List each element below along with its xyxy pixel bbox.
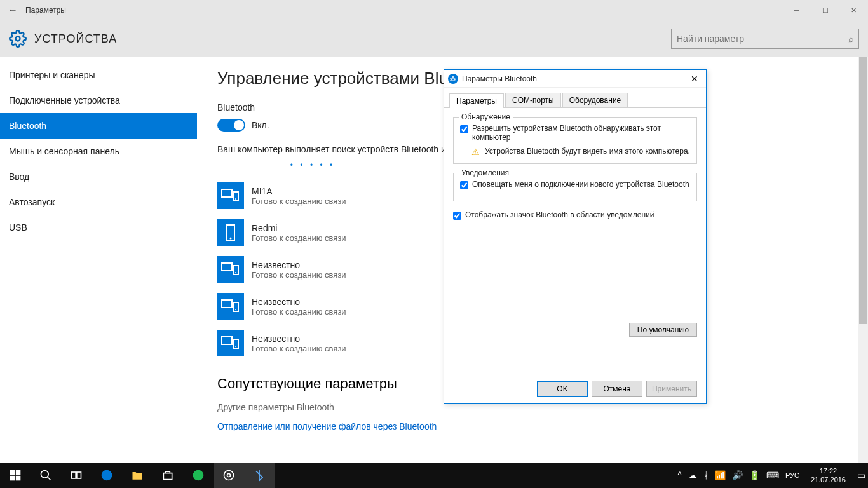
svg-rect-12 (222, 337, 232, 344)
svg-point-23 (102, 470, 112, 481)
back-button[interactable]: ← (0, 4, 25, 16)
svg-rect-21 (72, 472, 76, 478)
device-icon (217, 293, 244, 320)
device-name: Неизвестно (252, 297, 346, 307)
explorer-button[interactable] (122, 463, 153, 488)
tray-icon-checkbox[interactable] (453, 212, 461, 220)
svg-rect-22 (77, 472, 81, 478)
device-icon (217, 330, 244, 356)
tray-onedrive-icon[interactable]: ☁ (688, 470, 697, 480)
sidebar-item-typing[interactable]: Ввод (0, 164, 197, 189)
device-name: MI1A (252, 186, 346, 196)
svg-point-5 (230, 238, 232, 240)
sidebar-item-autoplay[interactable]: Автозапуск (0, 189, 197, 215)
svg-point-19 (41, 471, 49, 478)
maximize-button[interactable]: ☐ (811, 0, 839, 20)
store-button[interactable] (153, 463, 183, 488)
spotify-button[interactable] (183, 463, 214, 488)
ok-button[interactable]: OK (537, 381, 588, 397)
dialog-titlebar: ⁂ Параметры Bluetooth ✕ (444, 70, 706, 88)
notify-label: Оповещать меня о подключении нового устр… (472, 180, 689, 189)
cancel-button[interactable]: Отмена (592, 381, 642, 397)
warning-icon: ⚠ (471, 147, 480, 157)
device-icon (217, 219, 244, 246)
notifications-group: Уведомления Оповещать меня о подключении… (453, 173, 697, 201)
bluetooth-toggle[interactable] (217, 119, 245, 132)
tray-battery-icon[interactable]: 🔋 (749, 470, 760, 480)
svg-point-3 (235, 198, 236, 200)
allow-discovery-row[interactable]: Разрешить устройствам Bluetooth обнаружи… (460, 124, 690, 142)
svg-rect-6 (222, 263, 232, 271)
device-status: Готово к созданию связи (252, 270, 346, 280)
notify-row[interactable]: Оповещать меня о подключении нового устр… (460, 180, 690, 189)
tab-parameters[interactable]: Параметры (449, 93, 504, 108)
device-icon (217, 256, 244, 283)
edge-button[interactable] (92, 463, 122, 488)
gear-icon (9, 30, 27, 48)
device-name: Неизвестно (252, 334, 346, 344)
tray-bluetooth-icon[interactable]: ᚼ (703, 470, 709, 480)
device-status: Готово к созданию связи (252, 344, 346, 353)
svg-rect-18 (16, 476, 21, 481)
allow-discovery-checkbox[interactable] (460, 125, 468, 133)
search-icon: ⌕ (848, 34, 853, 44)
search-box[interactable]: ⌕ (671, 29, 859, 49)
apply-button[interactable]: Применить (646, 381, 697, 397)
clock[interactable]: 17:22 21.07.2016 (806, 466, 851, 485)
taskbar: ^ ☁ ᚼ 📶 🔊 🔋 ⌨ РУС 17:22 21.07.2016 ▭ (0, 463, 868, 488)
scrollbar[interactable] (858, 57, 868, 463)
svg-rect-15 (10, 470, 15, 475)
device-name: Неизвестно (252, 260, 346, 270)
task-view-button[interactable] (61, 463, 92, 488)
search-input[interactable] (677, 34, 848, 44)
svg-rect-17 (10, 476, 15, 481)
related-link-send[interactable]: Отправление или получение файлов через B… (217, 421, 848, 431)
sidebar-item-connected[interactable]: Подключенные устройства (0, 88, 197, 113)
tab-hardware[interactable]: Оборудование (562, 93, 628, 107)
system-tray: ^ ☁ ᚼ 📶 🔊 🔋 ⌨ РУС 17:22 21.07.2016 ▭ (677, 466, 868, 485)
allow-discovery-label: Разрешить устройствам Bluetooth обнаружи… (472, 124, 690, 142)
window-title: Параметры (25, 6, 66, 15)
toggle-state: Вкл. (252, 120, 269, 130)
settings-taskbar-button[interactable] (214, 463, 244, 488)
svg-point-11 (235, 309, 236, 310)
device-status: Готово к созданию связи (252, 307, 346, 316)
start-button[interactable] (0, 463, 31, 488)
notify-checkbox[interactable] (460, 181, 468, 189)
sidebar-item-mouse[interactable]: Мышь и сенсорная панель (0, 139, 197, 164)
bluetooth-settings-dialog: ⁂ Параметры Bluetooth ✕ Параметры COM-по… (444, 69, 707, 404)
close-button[interactable]: ✕ (839, 0, 868, 20)
sidebar-item-printers[interactable]: Принтеры и сканеры (0, 62, 197, 88)
tray-volume-icon[interactable]: 🔊 (732, 470, 743, 480)
device-status: Готово к созданию связи (252, 196, 346, 206)
action-center-icon[interactable]: ▭ (857, 470, 865, 480)
search-button[interactable] (31, 463, 61, 488)
tray-chevron-icon[interactable]: ^ (677, 470, 682, 480)
warning-text: Устройства Bluetooth будут видеть имя эт… (485, 147, 690, 156)
discovery-group: Обнаружение Разрешить устройствам Blueto… (453, 117, 697, 164)
tray-keyboard-icon[interactable]: ⌨ (766, 470, 779, 480)
minimize-button[interactable]: ─ (782, 0, 811, 20)
scrollbar-thumb[interactable] (859, 57, 867, 324)
header: УСТРОЙСТВА ⌕ (0, 20, 868, 57)
discovery-warning: ⚠ Устройства Bluetooth будут видеть имя … (471, 147, 690, 157)
device-status: Готово к созданию связи (252, 233, 346, 243)
tray-network-icon[interactable]: 📶 (715, 470, 726, 480)
language-indicator[interactable]: РУС (785, 471, 799, 479)
bluetooth-taskbar-button[interactable] (244, 463, 275, 488)
dialog-close-button[interactable]: ✕ (687, 74, 702, 84)
sidebar-item-usb[interactable]: USB (0, 215, 197, 240)
sidebar: Принтеры и сканеры Подключенные устройст… (0, 57, 197, 463)
svg-line-20 (48, 477, 51, 480)
defaults-button[interactable]: По умолчанию (629, 323, 697, 337)
tab-com-ports[interactable]: COM-порты (505, 93, 561, 107)
svg-point-14 (235, 346, 236, 347)
sidebar-item-bluetooth[interactable]: Bluetooth (0, 113, 197, 139)
device-icon (217, 182, 244, 209)
svg-point-8 (235, 272, 236, 273)
settings-window: ← Параметры ─ ☐ ✕ УСТРОЙСТВА ⌕ Принтеры … (0, 0, 868, 463)
discovery-legend: Обнаружение (459, 112, 513, 121)
clock-date: 21.07.2016 (811, 475, 846, 484)
svg-point-26 (224, 471, 234, 480)
tray-icon-row[interactable]: Отображать значок Bluetooth в области ув… (453, 210, 697, 220)
